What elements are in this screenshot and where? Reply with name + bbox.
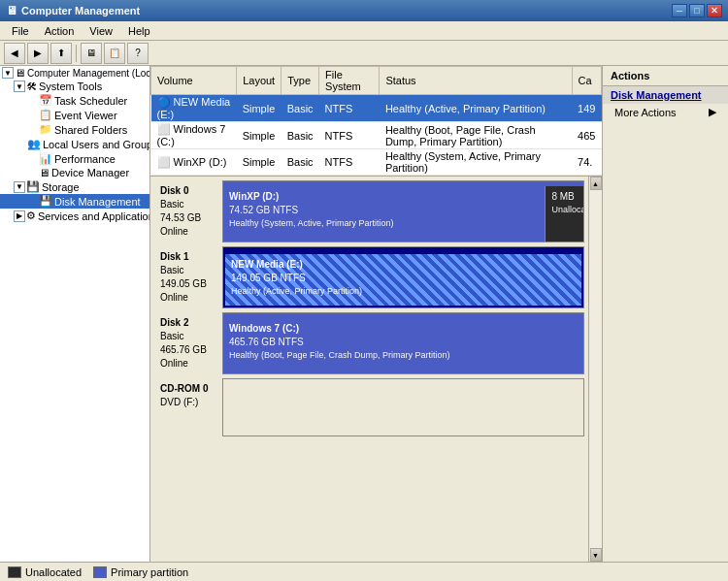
partition-unallocated[interactable]: 8 MBUnallocat [546, 186, 583, 242]
partition-details: Unallocat [551, 204, 578, 216]
cell-type: Basic [281, 122, 319, 149]
partition-name: Windows 7 (C:) [229, 322, 578, 336]
vertical-scrollbar[interactable]: ▲ ▼ [588, 177, 602, 562]
tree-services-label: Services and Applications [38, 210, 150, 222]
tree-task-scheduler-label: Task Scheduler [54, 95, 127, 107]
tree-shared-folders[interactable]: 📁 Shared Folders [0, 122, 149, 137]
tree-disk-management[interactable]: 💾 Disk Management [0, 194, 149, 209]
tree-device-manager[interactable]: 🖥 Device Manager [0, 166, 149, 179]
partition-primary[interactable]: Windows 7 (C:)465.76 GB NTFSHealthy (Boo… [223, 318, 583, 373]
tree-device-manager-label: Device Manager [51, 167, 129, 178]
tree-services[interactable]: ▶ ⚙ Services and Applications [0, 209, 149, 223]
expand-storage[interactable]: ▼ [14, 181, 25, 193]
system-tools-icon: 🛠 [26, 81, 37, 92]
partition-size: 8 MB [551, 190, 578, 204]
primary-label: Primary partition [111, 566, 188, 578]
menu-action[interactable]: Action [37, 23, 83, 39]
disk-partitions[interactable] [222, 378, 584, 436]
table-row[interactable]: ⬜ Windows 7 (C:) Simple Basic NTFS Healt… [151, 122, 602, 149]
disk-partitions[interactable]: NEW Media (E:)149.05 GB NTFSHealthy (Act… [223, 252, 583, 307]
window-controls: ─ □ ✕ [672, 4, 722, 17]
disk-row: Disk 0Basic74.53 GBOnlineWinXP (D:)74.52… [154, 180, 584, 242]
cell-status: Healthy (System, Active, Primary Partiti… [380, 149, 572, 176]
tree-local-users[interactable]: 👥 Local Users and Groups [0, 137, 149, 151]
menu-view[interactable]: View [82, 23, 120, 39]
disk-label: Disk 2Basic465.76 GBOnline [154, 312, 222, 374]
cell-status: Healthy (Active, Primary Partition) [380, 95, 572, 122]
app-icon: 🖥 [6, 4, 17, 17]
services-icon: ⚙ [26, 210, 36, 222]
disk-partitions[interactable]: Windows 7 (C:)465.76 GB NTFSHealthy (Boo… [223, 318, 583, 373]
action-section-disk-management[interactable]: Disk Management [603, 86, 728, 104]
cell-status: Healthy (Boot, Page File, Crash Dump, Pr… [380, 122, 572, 149]
partition-name: NEW Media (E:) [231, 258, 576, 272]
scroll-down-btn[interactable]: ▼ [590, 548, 602, 562]
maximize-button[interactable]: □ [689, 4, 705, 17]
forward-button[interactable]: ▶ [27, 43, 49, 64]
partition-details: 465.76 GB NTFS [229, 336, 578, 349]
tree-system-tools[interactable]: ▼ 🛠 System Tools [0, 80, 149, 93]
disk-partition-wrapper: WinXP (D:)74.52 GB NTFSHealthy (System, … [222, 180, 584, 242]
cell-capacity: 149 [572, 95, 601, 122]
cell-volume: 🔵 NEW Media (E:) [151, 95, 237, 122]
menu-bar: File Action View Help [0, 21, 728, 41]
primary-box [93, 566, 107, 578]
tree-storage[interactable]: ▼ 💾 Storage [0, 179, 149, 194]
tree-root[interactable]: ▼ 🖥 Computer Management (Local) [0, 66, 149, 80]
col-type[interactable]: Type [281, 67, 319, 95]
expand-services[interactable]: ▶ [14, 210, 25, 222]
disk-partitions[interactable]: WinXP (D:)74.52 GB NTFSHealthy (System, … [223, 186, 583, 242]
scroll-up-btn[interactable]: ▲ [590, 177, 602, 190]
event-viewer-icon: 📋 [39, 109, 52, 121]
expand-system-tools[interactable]: ▼ [14, 81, 25, 92]
cell-type: Basic [281, 149, 319, 176]
up-button[interactable]: ⬆ [50, 43, 72, 64]
show-hide-button[interactable]: 🖥 [81, 43, 102, 64]
left-panel: ▼ 🖥 Computer Management (Local) ▼ 🛠 Syst… [0, 66, 150, 562]
cell-volume: ⬜ WinXP (D:) [151, 149, 237, 176]
col-layout[interactable]: Layout [237, 67, 281, 95]
table-row[interactable]: 🔵 NEW Media (E:) Simple Basic NTFS Healt… [151, 95, 602, 122]
expand-root[interactable]: ▼ [2, 67, 14, 79]
actions-header: Actions [603, 66, 728, 86]
actions-panel: Actions Disk Management More Actions ▶ [602, 66, 728, 562]
disk-partition-wrapper: Windows 7 (C:)465.76 GB NTFSHealthy (Boo… [222, 312, 584, 374]
performance-icon: 📊 [39, 152, 52, 165]
title-bar-text: Computer Management [21, 5, 672, 16]
disk-label: CD-ROM 0DVD (F:) [154, 378, 222, 436]
cell-capacity: 465 [572, 122, 601, 149]
menu-help[interactable]: Help [120, 23, 158, 39]
col-volume[interactable]: Volume [151, 67, 237, 95]
help-toolbar-button[interactable]: ? [127, 43, 149, 64]
partition-primary[interactable]: WinXP (D:)74.52 GB NTFSHealthy (System, … [223, 186, 546, 242]
computer-icon: 🖥 [15, 67, 25, 79]
shared-folders-icon: 📁 [39, 123, 52, 136]
table-row[interactable]: ⬜ WinXP (D:) Simple Basic NTFS Healthy (… [151, 149, 602, 176]
partition-name: WinXP (D:) [229, 190, 539, 204]
cell-fs: NTFS [319, 122, 380, 149]
partition-status: Healthy (Boot, Page File, Crash Dump, Pr… [229, 349, 578, 362]
tree-event-viewer[interactable]: 📋 Event Viewer [0, 108, 149, 122]
action-more-actions[interactable]: More Actions ▶ [603, 104, 728, 120]
tree-performance[interactable]: 📊 Performance [0, 151, 149, 166]
disk-area[interactable]: Disk 0Basic74.53 GBOnlineWinXP (D:)74.52… [150, 177, 588, 562]
tree-task-scheduler[interactable]: 📅 Task Scheduler [0, 93, 149, 108]
col-filesystem[interactable]: File System [319, 67, 380, 95]
partition-details: 74.52 GB NTFS [229, 204, 539, 217]
minimize-button[interactable]: ─ [672, 4, 687, 17]
menu-file[interactable]: File [4, 23, 37, 39]
back-button[interactable]: ◀ [4, 43, 25, 64]
main-layout: ▼ 🖥 Computer Management (Local) ▼ 🛠 Syst… [0, 66, 728, 562]
task-scheduler-icon: 📅 [39, 94, 52, 107]
disk-management-icon: 💾 [39, 195, 52, 208]
col-status[interactable]: Status [380, 67, 572, 95]
tree-system-tools-label: System Tools [39, 81, 102, 92]
col-capacity[interactable]: Ca [572, 67, 601, 95]
storage-icon: 💾 [26, 180, 40, 193]
unallocated-box [8, 566, 21, 578]
volume-table-container[interactable]: Volume Layout Type File System Status Ca… [150, 66, 602, 177]
partition-details: 149.05 GB NTFS [231, 272, 576, 285]
properties-button[interactable]: 📋 [104, 43, 125, 64]
partition-active-selected[interactable]: NEW Media (E:)149.05 GB NTFSHealthy (Act… [223, 252, 583, 307]
close-button[interactable]: ✕ [707, 4, 722, 17]
